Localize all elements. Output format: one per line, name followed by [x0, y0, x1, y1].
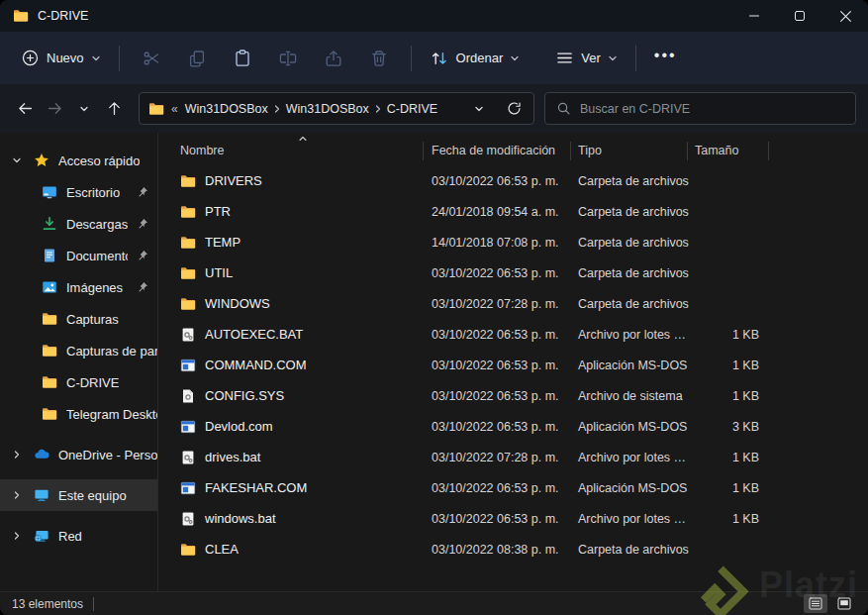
sidebar-item-este-equipo[interactable]: Este equipo: [0, 479, 157, 511]
chevron-right-icon: [371, 104, 385, 114]
file-modified-cell: 14/01/2018 07:08 p. m.: [432, 236, 578, 250]
breadcrumb-item-win31dosbox[interactable]: Win31DOSBox: [284, 99, 371, 119]
chevron-down-icon: [474, 104, 484, 114]
minimize-button[interactable]: [731, 0, 777, 32]
file-name-cell: TEMP: [180, 235, 432, 251]
sidebar-item-descargas[interactable]: Descargas: [0, 208, 157, 240]
table-row[interactable]: Devlod.com03/10/2022 06:53 p. m.Aplicaci…: [158, 411, 868, 442]
new-button[interactable]: Nuevo: [12, 42, 110, 74]
address-bar[interactable]: « Win31DOSBoxWin31DOSBoxC-DRIVE: [139, 92, 534, 125]
window-title: C-DRIVE: [38, 9, 88, 23]
sidebar-item-capturas[interactable]: Capturas: [0, 303, 157, 335]
delete-button[interactable]: [356, 42, 402, 75]
table-row[interactable]: COMMAND.COM03/10/2022 06:53 p. m.Aplicac…: [158, 350, 868, 380]
copy-button[interactable]: [174, 42, 220, 75]
sidebar-item-c-drive[interactable]: C-DRIVE: [0, 366, 157, 398]
folder-icon: [42, 406, 57, 422]
column-divider[interactable]: [423, 142, 424, 160]
sidebar-item-onedrive-personal[interactable]: OneDrive - Personal: [0, 439, 157, 470]
recent-locations-button[interactable]: [69, 94, 99, 124]
table-row[interactable]: AUTOEXEC.BAT03/10/2022 06:53 p. m.Archiv…: [158, 319, 868, 350]
more-options-button[interactable]: •••: [645, 40, 686, 77]
folder-icon: [42, 343, 57, 359]
table-row[interactable]: UTIL03/10/2022 06:53 p. m.Carpeta de arc…: [158, 257, 868, 288]
msdos-app-icon: [180, 358, 196, 373]
sidebar-item-label: Red: [58, 529, 82, 544]
chevron-down-icon: [79, 104, 89, 114]
file-name: CONFIG.SYS: [205, 388, 284, 403]
file-name: COMMAND.COM: [205, 358, 307, 372]
sidebar-item-acceso-rapido[interactable]: Acceso rápido: [0, 145, 157, 176]
refresh-button[interactable]: [503, 98, 525, 120]
back-button[interactable]: [10, 94, 40, 124]
cut-button[interactable]: [129, 42, 174, 75]
file-name-cell: FAKESHAR.COM: [180, 480, 432, 496]
sidebar-item-escritorio[interactable]: Escritorio: [0, 176, 157, 208]
table-row[interactable]: DRIVERS03/10/2022 06:53 p. m.Carpeta de …: [158, 165, 868, 196]
thumbnails-view-icon: [837, 597, 851, 610]
file-type-cell: Carpeta de archivos: [578, 297, 695, 311]
table-row[interactable]: WINDOWS03/10/2022 07:28 p. m.Carpeta de …: [158, 288, 868, 319]
view-button[interactable]: Ver: [546, 42, 627, 74]
chevron-right-icon[interactable]: [9, 531, 25, 541]
table-row[interactable]: PTR24/01/2018 09:54 a. m.Carpeta de arch…: [158, 196, 868, 227]
chevron-down-icon[interactable]: [9, 155, 25, 165]
maximize-button[interactable]: [777, 0, 822, 32]
details-view-button[interactable]: [804, 594, 827, 613]
sidebar-item-red[interactable]: Red: [0, 520, 157, 552]
table-row[interactable]: drives.bat03/10/2022 07:28 p. m.Archivo …: [158, 442, 868, 472]
breadcrumb-item-c-drive[interactable]: C-DRIVE: [385, 99, 439, 119]
sort-arrows-icon: [430, 49, 449, 68]
system-file-icon: [180, 388, 196, 404]
sidebar-item-label: Imágenes: [66, 280, 123, 295]
column-header-tamano[interactable]: Tamaño: [695, 136, 770, 165]
column-divider[interactable]: [687, 142, 688, 160]
file-type-cell: Archivo de sistema: [578, 389, 695, 403]
sidebar-item-capturas-de-panta[interactable]: Capturas de panta: [0, 335, 157, 366]
title-bar: C-DRIVE: [0, 0, 868, 32]
sort-button[interactable]: Ordenar: [421, 42, 530, 75]
table-row[interactable]: CLEA03/10/2022 08:38 p. m.Carpeta de arc…: [158, 534, 868, 564]
close-button[interactable]: [822, 0, 868, 32]
column-headers: Nombre Fecha de modificación Tipo Tamaño: [158, 136, 868, 165]
address-dropdown-button[interactable]: [469, 99, 489, 119]
onedrive-cloud-icon: [34, 447, 49, 462]
file-type-cell: Carpeta de archivos: [578, 266, 695, 280]
new-button-label: Nuevo: [47, 51, 84, 65]
file-type-cell: Aplicación MS-DOS: [578, 420, 695, 434]
file-modified-cell: 03/10/2022 08:38 p. m.: [432, 543, 578, 557]
column-header-fecha[interactable]: Fecha de modificación: [432, 136, 578, 165]
file-size-cell: 1 KB: [695, 389, 770, 403]
rename-button[interactable]: [265, 42, 311, 75]
table-row[interactable]: TEMP14/01/2018 07:08 p. m.Carpeta de arc…: [158, 227, 868, 257]
file-name-cell: COMMAND.COM: [180, 358, 432, 373]
forward-button[interactable]: [40, 94, 69, 124]
status-bar: 13 elementos: [0, 591, 868, 615]
trash-icon: [369, 49, 389, 68]
breadcrumb-item-win31dosbox[interactable]: Win31DOSBox: [183, 99, 270, 119]
file-modified-cell: 03/10/2022 06:53 p. m.: [432, 174, 578, 188]
chevron-right-icon[interactable]: [9, 490, 25, 500]
sidebar-item-telegram-desktop[interactable]: Telegram Desktop: [0, 398, 157, 430]
batch-file-icon: [180, 450, 196, 465]
item-count: 13 elementos: [12, 597, 83, 611]
table-row[interactable]: CONFIG.SYS03/10/2022 06:53 p. m.Archivo …: [158, 380, 868, 411]
table-row[interactable]: windows.bat03/10/2022 06:53 p. m.Archivo…: [158, 503, 868, 534]
sidebar-item-imagenes[interactable]: Imágenes: [0, 271, 157, 303]
up-button[interactable]: [99, 94, 129, 124]
column-header-tipo[interactable]: Tipo: [578, 136, 695, 165]
thumbnails-view-button[interactable]: [832, 594, 856, 613]
computer-icon: [34, 487, 49, 503]
clipboard-icon: [233, 49, 252, 68]
breadcrumb-overflow[interactable]: «: [171, 102, 176, 116]
search-input[interactable]: [580, 102, 844, 116]
column-divider[interactable]: [768, 142, 769, 160]
chevron-right-icon[interactable]: [9, 450, 25, 460]
sidebar-item-documentos[interactable]: Documentos: [0, 240, 157, 271]
folder-icon: [180, 204, 196, 220]
column-divider[interactable]: [570, 142, 571, 160]
share-button[interactable]: [311, 42, 356, 75]
file-name-cell: CONFIG.SYS: [180, 388, 432, 404]
paste-button[interactable]: [220, 42, 265, 75]
table-row[interactable]: FAKESHAR.COM03/10/2022 06:53 p. m.Aplica…: [158, 472, 868, 503]
